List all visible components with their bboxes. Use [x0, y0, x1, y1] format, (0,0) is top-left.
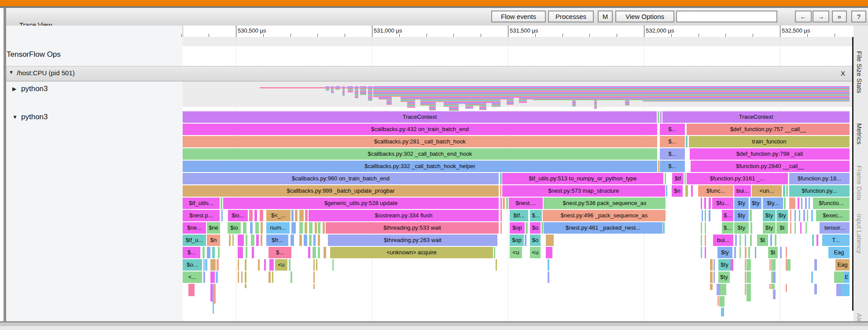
flame-span[interactable]: $ty — [763, 210, 776, 221]
flame-span-sliver[interactable] — [809, 198, 810, 209]
flame-span-sliver[interactable] — [494, 247, 495, 258]
flame-span-sliver[interactable] — [232, 235, 234, 246]
flame-span[interactable]: $n — [207, 235, 220, 246]
flame-span-sliver[interactable] — [203, 259, 205, 271]
flame-span-sliver[interactable] — [309, 235, 312, 246]
flame-span-sliver[interactable] — [245, 259, 246, 271]
flame-span-deep[interactable] — [747, 284, 751, 301]
flame-span-sliver[interactable] — [714, 271, 715, 283]
flame-span-sliver[interactable] — [272, 271, 273, 283]
flame-span[interactable]: $ty... — [763, 198, 783, 209]
flame-span-sliver[interactable] — [811, 271, 813, 283]
flame-span-sliver[interactable] — [207, 247, 210, 258]
flame-span[interactable]: $def_function.py:757 __call__ — [687, 124, 850, 135]
flame-span-sliver[interactable] — [241, 271, 243, 283]
flame-span-sliver[interactable] — [305, 210, 308, 221]
flame-span-sliver[interactable] — [210, 259, 216, 271]
flame-span[interactable]: $callbacks.py:302 _call_batch_end_hook — [183, 148, 657, 160]
flame-span-sliver[interactable] — [739, 235, 741, 246]
flame-span[interactable]: $callbacks.py:960 on_train_batch_end — [183, 173, 499, 184]
flame-span-deep[interactable] — [786, 284, 787, 292]
bottom-divider-bar[interactable] — [0, 321, 868, 330]
flame-span-sliver[interactable] — [709, 198, 711, 209]
flame-span[interactable]: $<_... — [266, 210, 291, 221]
flame-span-deep[interactable] — [719, 296, 725, 307]
flame-span-sliver[interactable] — [261, 235, 262, 246]
flame-span-sliver[interactable] — [805, 198, 807, 209]
flame-span-sliver[interactable] — [246, 247, 247, 258]
flame-span[interactable]: <unknown> acquire — [330, 247, 493, 258]
flame-span[interactable]: $ty — [717, 247, 732, 258]
flame-span-deep[interactable] — [745, 284, 746, 295]
flame-span-sliver[interactable] — [332, 259, 334, 271]
flame-span-sliver[interactable] — [750, 210, 752, 221]
flame-span[interactable]: train_function — [689, 136, 850, 147]
flame-span-sliver[interactable] — [324, 247, 326, 258]
flame-span[interactable]: $function.py... — [789, 185, 850, 197]
flame-span-sliver[interactable] — [250, 222, 253, 234]
flame-span[interactable]: Eag — [828, 247, 850, 258]
flame-span[interactable]: $functio... — [813, 198, 850, 209]
flame-span[interactable]: num... — [266, 222, 290, 234]
flame-span-sliver[interactable] — [289, 259, 291, 271]
flame-span-deep[interactable] — [214, 284, 216, 304]
flame-span[interactable]: $ty — [718, 271, 730, 283]
flame-span-sliver[interactable] — [261, 222, 263, 234]
flame-span[interactable]: $exec... — [816, 210, 850, 221]
flame-span-sliver[interactable] — [801, 198, 802, 209]
back-button[interactable]: ← — [795, 11, 812, 22]
flame-span[interactable]: $threading.py:533 wait — [326, 222, 499, 234]
flame-span-sliver[interactable] — [500, 222, 502, 234]
close-process-button[interactable]: X — [838, 68, 848, 79]
process-header-row[interactable] — [6, 66, 853, 81]
flame-span[interactable]: <un... — [752, 185, 782, 197]
flame-span-sliver[interactable] — [660, 111, 662, 123]
flame-span[interactable]: T... — [822, 235, 850, 246]
flame-span[interactable]: <u — [510, 247, 522, 258]
flame-span-sliver[interactable] — [258, 259, 260, 271]
flame-span[interactable]: bui... — [713, 235, 733, 246]
flame-span-sliver[interactable] — [750, 222, 752, 234]
flame-span-sliver[interactable] — [803, 210, 805, 221]
flame-span[interactable]: $callbacks.py:432 on_train_batch_end — [183, 124, 657, 135]
processes-button[interactable]: Processes — [548, 11, 594, 22]
search-input[interactable] — [676, 11, 777, 22]
flame-span-sliver[interactable] — [212, 247, 215, 258]
flame-span-sliver[interactable] — [318, 247, 320, 258]
flame-span-deep[interactable] — [188, 284, 195, 296]
flame-span-sliver[interactable] — [665, 173, 666, 184]
flame-span-sliver[interactable] — [701, 235, 702, 246]
flame-span[interactable]: $ne — [207, 222, 220, 234]
flame-span-sliver[interactable] — [783, 185, 785, 197]
flame-span[interactable]: $... — [183, 247, 200, 258]
flame-span-sliver[interactable] — [812, 235, 814, 246]
flame-span[interactable]: $... — [660, 148, 685, 160]
flame-span[interactable]: $func... — [698, 185, 733, 197]
flame-span-sliver[interactable] — [299, 210, 304, 221]
flame-span-sliver[interactable] — [496, 259, 497, 271]
view-options-button[interactable]: View Options — [615, 11, 674, 22]
flame-span-sliver[interactable] — [548, 259, 549, 271]
flame-span-sliver[interactable] — [318, 235, 320, 246]
collapsed-thread-minimap[interactable] — [183, 81, 853, 107]
flame-span[interactable]: $t — [768, 247, 778, 258]
flame-span[interactable]: $nest.py:496 _pack_sequence_as — [543, 210, 666, 221]
flame-span-sliver[interactable] — [210, 271, 215, 283]
flame-span-sliver[interactable] — [318, 222, 320, 234]
flame-span-sliver[interactable] — [316, 259, 317, 271]
flame-span-sliver[interactable] — [254, 210, 257, 221]
flame-span-sliver[interactable] — [799, 210, 800, 221]
flame-span-sliver[interactable] — [217, 259, 219, 271]
flame-span-sliver[interactable] — [747, 259, 751, 271]
thread-label-0[interactable]: python3 — [21, 84, 48, 93]
flame-span-sliver[interactable] — [734, 247, 736, 258]
flame-span[interactable]: $ty — [734, 210, 749, 221]
flame-span[interactable]: $ne... — [183, 222, 206, 234]
flame-span-sliver[interactable] — [526, 222, 528, 234]
flame-span-sliver[interactable] — [304, 235, 307, 246]
flame-span[interactable]: $fr... — [266, 235, 288, 246]
flame-span-sliver[interactable] — [221, 210, 223, 221]
flame-span[interactable]: $io — [228, 222, 241, 234]
side-tab-file-size-stats[interactable]: File Size Stats — [856, 51, 863, 93]
flame-span-sliver[interactable] — [264, 259, 266, 271]
